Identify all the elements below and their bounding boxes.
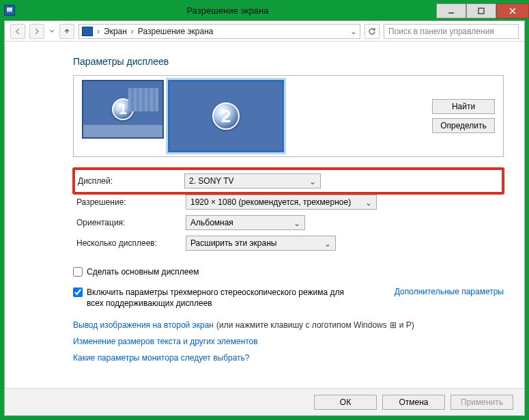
display-preview-area[interactable]: 1 2 Найти Определить bbox=[73, 75, 504, 157]
resolution-label: Разрешение: bbox=[76, 197, 179, 207]
cancel-button[interactable]: Отмена bbox=[382, 395, 445, 410]
make-primary-label[interactable]: Сделать основным дисплеем bbox=[87, 266, 199, 277]
refresh-button[interactable] bbox=[364, 24, 380, 39]
multi-displays-label: Несколько дисплеев: bbox=[76, 238, 179, 248]
chevron-down-icon: ⌄ bbox=[365, 198, 372, 208]
chevron-down-icon: ⌄ bbox=[294, 219, 300, 228]
monitor-help-link[interactable]: Какие параметры монитора следует выбрать… bbox=[73, 353, 250, 363]
svg-rect-1 bbox=[7, 11, 12, 12]
breadcrumb-sep: › bbox=[131, 27, 134, 36]
find-button[interactable]: Найти bbox=[432, 99, 495, 114]
app-icon bbox=[4, 5, 15, 16]
orientation-select[interactable]: Альбомная ⌄ bbox=[186, 215, 305, 230]
multi-displays-select[interactable]: Расширить эти экраны ⌄ bbox=[186, 236, 336, 251]
windows-key-icon: ⊞ bbox=[390, 320, 397, 330]
chevron-down-icon: ⌄ bbox=[309, 177, 316, 186]
project-and-p-text: и P) bbox=[399, 320, 414, 330]
text-size-link[interactable]: Изменение размеров текста и других элеме… bbox=[73, 337, 258, 346]
page-title: Параметры дисплеев bbox=[73, 56, 504, 67]
nav-history-dropdown[interactable] bbox=[48, 29, 55, 34]
svg-rect-3 bbox=[478, 8, 484, 14]
control-panel-icon bbox=[82, 27, 93, 36]
stereo-3d-label[interactable]: Включить параметры трехмерного стереоско… bbox=[87, 287, 346, 309]
close-button[interactable] bbox=[496, 3, 529, 18]
display-2-badge: 2 bbox=[212, 102, 240, 130]
minimize-button[interactable] bbox=[436, 3, 466, 18]
breadcrumb-root[interactable]: Экран bbox=[104, 27, 127, 36]
nav-up-button[interactable] bbox=[59, 24, 74, 39]
nav-forward-button[interactable] bbox=[29, 24, 44, 39]
stereo-3d-checkbox[interactable] bbox=[73, 288, 83, 297]
project-suffix-text: (или нажмите клавишу с логотипом Windows bbox=[216, 320, 387, 330]
resolution-select[interactable]: 1920 × 1080 (рекомендуется, трехмерное) … bbox=[186, 195, 377, 210]
highlighted-display-row: Дисплей: 2. SONY TV ⌄ bbox=[72, 167, 504, 195]
breadcrumb-sep: › bbox=[97, 27, 100, 36]
breadcrumb-current[interactable]: Разрешение экрана bbox=[138, 27, 214, 36]
window-title: Разрешение экрана bbox=[19, 5, 436, 16]
maximize-button[interactable] bbox=[466, 3, 496, 18]
display-select[interactable]: 2. SONY TV ⌄ bbox=[184, 173, 321, 188]
apply-button[interactable]: Применить bbox=[451, 395, 513, 410]
display-2-thumb[interactable]: 2 bbox=[168, 80, 284, 152]
chevron-down-icon[interactable]: ⌄ bbox=[350, 27, 357, 36]
display-1-thumb[interactable]: 1 bbox=[82, 80, 164, 139]
nav-back-button[interactable] bbox=[10, 24, 25, 39]
display-label: Дисплей: bbox=[78, 176, 177, 186]
project-second-screen-link[interactable]: Вывод изображения на второй экран bbox=[73, 320, 214, 330]
orientation-label: Ориентация: bbox=[76, 218, 179, 227]
advanced-link[interactable]: Дополнительные параметры bbox=[395, 287, 504, 296]
search-input[interactable]: Поиск в панели управления bbox=[384, 24, 519, 39]
ok-button[interactable]: ОК bbox=[314, 395, 377, 410]
identify-button[interactable]: Определить bbox=[432, 118, 495, 133]
chevron-down-icon: ⌄ bbox=[324, 239, 331, 249]
address-bar[interactable]: › Экран › Разрешение экрана ⌄ bbox=[78, 24, 360, 39]
make-primary-checkbox[interactable] bbox=[73, 267, 83, 277]
